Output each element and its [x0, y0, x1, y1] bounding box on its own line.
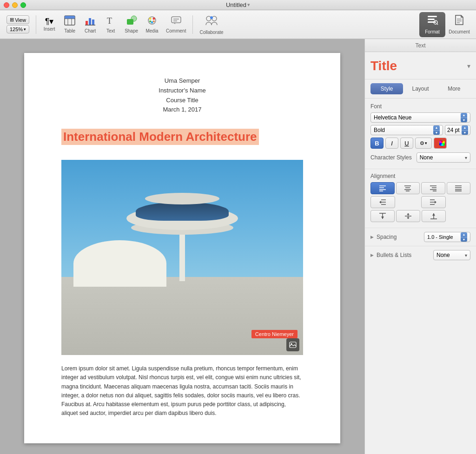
collaborate-label: Collaborate — [199, 30, 223, 35]
svg-point-14 — [153, 18, 155, 20]
valign-middle-button[interactable] — [396, 210, 420, 222]
tab-more[interactable]: More — [438, 83, 470, 94]
shape-icon — [126, 15, 137, 27]
font-name-stepper[interactable]: ▲ ▼ — [461, 113, 467, 122]
document-body[interactable]: Lorem ipsum dolor sit amet. Ligula suspe… — [61, 364, 303, 418]
align-justify-icon — [455, 185, 462, 191]
document-area[interactable]: Uma Semper Instructor's Name Course Titl… — [0, 39, 364, 454]
title-style-area[interactable]: Title ▾ — [365, 52, 476, 79]
image-icon — [289, 342, 297, 348]
align-center-button[interactable] — [396, 182, 420, 194]
collaborate-icon — [204, 14, 219, 29]
font-name-select[interactable]: Helvetica Neue ▲ ▼ — [370, 112, 470, 123]
maximize-button[interactable] — [20, 2, 26, 8]
comment-group[interactable]: Comment — [163, 12, 189, 37]
font-weight-stepper[interactable]: ▲ ▼ — [433, 125, 440, 135]
font-weight-up[interactable]: ▲ — [433, 125, 440, 131]
insert-icon: ¶▾ — [45, 17, 54, 26]
char-styles-value: None — [420, 154, 433, 161]
spacing-row[interactable]: ▶ Spacing 1.0 - Single ▲ ▼ — [365, 228, 476, 246]
spacing-up[interactable]: ▲ — [461, 232, 467, 237]
valign-middle-icon — [404, 213, 412, 219]
image-replace-button[interactable] — [286, 338, 299, 351]
bullets-row[interactable]: ▶ Bullets & Lists None ▾ — [365, 246, 476, 264]
format-button[interactable]: Format — [419, 12, 445, 37]
svg-point-24 — [210, 16, 213, 19]
svg-rect-7 — [92, 20, 94, 25]
gear-button[interactable]: ⚙ ▾ — [415, 138, 432, 149]
char-styles-select[interactable]: None ▾ — [416, 152, 470, 163]
title-style-arrow: ▾ — [467, 62, 470, 70]
insert-group[interactable]: ¶▾ Insert — [40, 12, 59, 37]
alignment-label: Alignment — [370, 173, 470, 179]
spacing-stepper[interactable]: ▲ ▼ — [461, 232, 467, 242]
font-name-down[interactable]: ▼ — [461, 118, 467, 123]
document-header: Uma Semper Instructor's Name Course Titl… — [61, 76, 303, 115]
chart-group[interactable]: Chart — [81, 12, 99, 37]
svg-rect-18 — [172, 17, 181, 23]
font-name-value: Helvetica Neue — [374, 114, 411, 121]
bullets-select[interactable]: None ▾ — [433, 250, 470, 260]
font-weight-value: Bold — [374, 127, 385, 133]
svg-point-11 — [131, 16, 137, 21]
font-weight-down[interactable]: ▼ — [433, 131, 440, 135]
svg-rect-4 — [65, 16, 75, 19]
zoom-button[interactable]: 125% ▾ — [7, 25, 29, 33]
tab-style[interactable]: Style — [370, 83, 403, 94]
svg-marker-61 — [381, 217, 384, 219]
svg-rect-25 — [428, 16, 437, 17]
indent-increase-icon — [430, 199, 437, 205]
document-title: International Modern Architecture — [61, 129, 259, 145]
zoom-arrow: ▾ — [24, 27, 26, 32]
document-button[interactable]: Document — [446, 12, 472, 37]
valign-top-button[interactable] — [370, 210, 395, 222]
char-styles-row: Character Styles None ▾ — [370, 152, 470, 163]
panel-header: Text — [365, 39, 476, 52]
spacing-label: Spacing — [377, 234, 424, 240]
collaborate-group[interactable]: Collaborate — [197, 12, 226, 37]
table-group[interactable]: Table — [60, 12, 79, 37]
title-bar: Untitled ▾ — [0, 0, 476, 10]
close-button[interactable] — [4, 2, 9, 8]
gear-arrow: ▾ — [425, 141, 427, 145]
spacing-down[interactable]: ▼ — [461, 237, 467, 242]
svg-rect-26 — [428, 19, 435, 20]
indent-decrease-button[interactable] — [370, 196, 395, 208]
font-size-up[interactable]: ▲ — [462, 125, 468, 131]
bold-button[interactable]: B — [370, 138, 383, 149]
valign-bottom-button[interactable] — [422, 210, 446, 222]
indent-increase-button[interactable] — [421, 196, 446, 208]
font-name-up[interactable]: ▲ — [461, 113, 467, 118]
gear-icon: ⚙ — [420, 140, 424, 146]
zoom-value: 125% — [10, 26, 23, 32]
align-justify-button[interactable] — [447, 182, 471, 194]
font-size-stepper[interactable]: ▲ ▼ — [462, 125, 468, 135]
architecture-image[interactable]: Centro Niemeyer — [61, 160, 303, 355]
view-group[interactable]: ⊞View 125% ▾ — [4, 12, 32, 37]
underline-button[interactable]: U — [400, 138, 413, 149]
align-left-button[interactable] — [370, 182, 395, 194]
font-size-down[interactable]: ▼ — [462, 131, 468, 135]
font-name-row: Helvetica Neue ▲ ▼ — [370, 112, 470, 123]
tab-layout[interactable]: Layout — [404, 83, 436, 94]
bullets-arrow: ▾ — [465, 253, 467, 258]
align-spacer — [397, 196, 420, 208]
text-color-button[interactable] — [434, 138, 447, 149]
font-section-label: Font — [370, 103, 470, 110]
view-button[interactable]: ⊞View — [7, 15, 29, 24]
font-weight-select[interactable]: Bold ▲ ▼ — [370, 125, 443, 135]
font-size-field[interactable]: 24 pt ▲ ▼ — [445, 125, 470, 135]
media-group[interactable]: Media — [143, 12, 161, 37]
format-buttons-row: B I U ⚙ ▾ — [370, 138, 470, 149]
indent-decrease-icon — [379, 199, 386, 205]
media-icon — [146, 15, 158, 27]
align-right-button[interactable] — [421, 182, 445, 194]
italic-button[interactable]: I — [385, 138, 398, 149]
shape-group[interactable]: Shape — [122, 12, 141, 37]
svg-rect-27 — [428, 21, 436, 23]
text-group[interactable]: T Text — [101, 12, 120, 37]
spacing-select[interactable]: 1.0 - Single ▲ ▼ — [424, 232, 470, 242]
minimize-button[interactable] — [12, 2, 18, 8]
title-dropdown-arrow: ▾ — [247, 2, 250, 8]
svg-line-29 — [437, 24, 438, 25]
